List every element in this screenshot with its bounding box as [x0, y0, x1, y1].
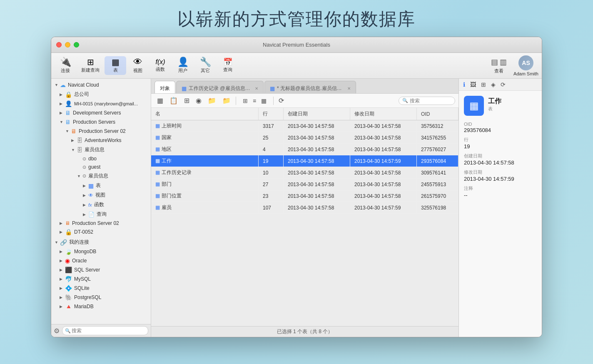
table-search-input[interactable]	[410, 98, 451, 104]
sidebar-item-postgresql[interactable]: ▶ 🐘 PostgreSQL	[51, 293, 151, 302]
sidebar-item-mysql[interactable]: ▶ 🐬 MySQL	[51, 274, 151, 284]
chevron-right-icon: ▶	[60, 92, 64, 97]
import-button[interactable]: 📁	[205, 95, 219, 106]
sidebar-item-label: 查询	[97, 211, 107, 218]
sidebar-search-input[interactable]	[62, 326, 148, 335]
other-button[interactable]: 🔧 其它	[194, 56, 216, 75]
table-row[interactable]: ▦上班时间 3317 2013-04-30 14:57:58 2013-04-3…	[151, 120, 458, 132]
grid-view-button[interactable]: ⊞	[241, 97, 249, 105]
tab-untitled[interactable]: ▦ * 无标题@雇员信息.雇员信息... ✕	[264, 81, 356, 93]
view-toggle-2[interactable]: ▥	[500, 57, 507, 67]
new-table-button[interactable]: ▦	[154, 95, 166, 106]
sidebar-item-func[interactable]: ▶ fx 函数	[51, 200, 151, 209]
user-button[interactable]: 👤 用户	[172, 56, 194, 75]
sidebar-item-label: 总公司	[74, 91, 89, 98]
close-icon[interactable]: ✕	[255, 86, 258, 91]
main-layout: ▼ ☁ Navicat Cloud ▶ 🔒 总公司 ▶ 👤 MH-0015 (m…	[51, 79, 542, 337]
table-row[interactable]: ▦雇员 107 2013-04-30 14:57:58 2013-04-30 1…	[151, 202, 458, 214]
sidebar-item-yuan-xinxi[interactable]: ▼ ⊙ 雇员信息	[51, 171, 151, 181]
sidebar-item-label: 视图	[95, 192, 105, 199]
info-comment-label: 注释	[464, 185, 537, 192]
chevron-right-icon: ▶	[83, 193, 87, 197]
sidebar-item-label: Navicat Cloud	[68, 82, 99, 88]
diagram-button[interactable]: ◈	[489, 80, 497, 89]
table-row[interactable]: ▦工作历史记录 10 2013-04-30 14:57:58 2013-04-3…	[151, 167, 458, 179]
tabs-bar: 对象 ▦ 工作历史记录 @雇员信息 (P... ✕ ▦ * 无标题@雇员信息.雇…	[151, 79, 458, 94]
cell-name: ▦部门	[151, 179, 259, 190]
cell-rows: 27	[259, 179, 284, 190]
cell-oid: 35756312	[417, 120, 458, 132]
tab-objects[interactable]: 对象	[154, 81, 175, 93]
sidebar-item-prod-server-02[interactable]: ▼ 🖥 Production Server 02	[51, 127, 151, 136]
sidebar-item-navicat-cloud[interactable]: ▼ ☁ Navicat Cloud	[51, 80, 151, 90]
view-button[interactable]: 👁 视图	[127, 56, 149, 75]
info-tab-button[interactable]: ℹ	[461, 80, 467, 89]
status-bar: 已选择 1 个表（共 8 个）	[151, 326, 458, 337]
sidebar-item-label: Oracle	[72, 258, 87, 264]
sidebar-item-my-conn[interactable]: ▼ 🔗 我的连接	[51, 237, 151, 247]
sidebar-item-mh[interactable]: ▶ 👤 MH-0015 (marybrown@gmail...	[51, 99, 151, 108]
sidebar-item-table[interactable]: ▶ ▦ 表	[51, 181, 151, 190]
table-row[interactable]: ▦部门位置 23 2013-04-30 14:57:58 2013-04-30 …	[151, 190, 458, 202]
delete-table-button[interactable]: ◉	[193, 95, 204, 106]
new-query-icon: ⊞	[87, 58, 94, 66]
detail-view-button[interactable]: ▦	[259, 97, 268, 105]
new-query-button[interactable]: ⊞ 新建查询	[77, 56, 104, 75]
list-view-button[interactable]: ≡	[251, 97, 258, 105]
table-row[interactable]: ▦地区 4 2013-04-30 14:57:58 2013-04-30 14:…	[151, 144, 458, 155]
export-button[interactable]: 📁	[220, 95, 233, 106]
view-toggle-1[interactable]: ▤	[491, 57, 498, 67]
function-button[interactable]: f(x) 函数	[149, 57, 171, 74]
table-button[interactable]: ▦ 表	[105, 56, 126, 75]
minimize-button[interactable]	[65, 42, 70, 47]
sidebar-item-guest[interactable]: ⊙ guest	[51, 163, 151, 171]
chevron-down-icon: ▼	[77, 174, 81, 178]
table-row[interactable]: ▦国家 25 2013-04-30 14:57:58 2013-04-30 14…	[151, 132, 458, 144]
sidebar-item-mariadb[interactable]: ▶ 🔺 MariaDB	[51, 302, 151, 311]
sidebar-item-sqlserver[interactable]: ▶ ⬛ SQL Server	[51, 265, 151, 274]
table-row[interactable]: ▦工作 19 2013-04-30 14:57:58 2013-04-30 14…	[151, 155, 458, 167]
sidebar-item-prod-server-02b[interactable]: ▶ 🖥 Production Server 02	[51, 219, 151, 227]
cell-oid: 309576141	[417, 167, 458, 179]
chevron-right-icon: ▶	[60, 221, 64, 225]
user-name: Adam Smith	[513, 71, 538, 76]
tab-history[interactable]: ▦ 工作历史记录 @雇员信息 (P... ✕	[176, 81, 264, 93]
info-comment-value: --	[464, 192, 537, 198]
table-row-icon: ▦	[155, 170, 160, 175]
sidebar-item-yuan-info[interactable]: ▼ 🗄 雇员信息	[51, 145, 151, 155]
sidebar-item-adventureworks[interactable]: ▶ 🗄 AdventureWorks	[51, 136, 151, 145]
cell-name: ▦地区	[151, 144, 259, 155]
refresh-button[interactable]: ⟳	[276, 95, 287, 106]
query-button[interactable]: 📅 查询	[217, 57, 239, 75]
sidebar-item-dbo[interactable]: ⊙ dbo	[51, 155, 151, 163]
sidebar-item-view[interactable]: ▶ 👁 视图	[51, 190, 151, 200]
open-table-button[interactable]: ⊞	[182, 95, 192, 106]
cell-created: 2013-04-30 14:57:58	[284, 155, 350, 167]
maximize-button[interactable]	[74, 42, 79, 47]
sidebar-item-sqlite[interactable]: ▶ 💠 SQLite	[51, 284, 151, 293]
sqlserver-icon: ⬛	[65, 267, 72, 273]
image-button[interactable]: 🖼	[468, 80, 478, 89]
settings-icon[interactable]: ⚙	[54, 327, 60, 335]
chevron-right-icon: ▶	[60, 102, 64, 106]
cell-modified: 2013-04-30 14:57:58	[350, 190, 417, 202]
close-icon[interactable]: ✕	[347, 86, 351, 91]
sidebar-item-oracle[interactable]: ▶ ◉ Oracle	[51, 256, 151, 265]
sidebar-item-prod-servers[interactable]: ▼ 🖥 Production Servers	[51, 117, 151, 127]
sidebar-item-label: AdventureWorks	[85, 137, 121, 143]
info-subtitle: 表	[488, 106, 501, 112]
sidebar-item-dt[interactable]: ▶ 🔒 DT-0052	[51, 227, 151, 237]
lock-icon: 🔒	[65, 91, 72, 98]
sidebar-item-corp[interactable]: ▶ 🔒 总公司	[51, 90, 151, 99]
connect-button[interactable]: 🔌 连接	[55, 56, 76, 75]
sidebar-item-dev-servers[interactable]: ▶ 🖥 Development Servers	[51, 108, 151, 117]
table-row[interactable]: ▦部门 27 2013-04-30 14:57:58 2013-04-30 14…	[151, 179, 458, 190]
chevron-right-icon: ▶	[60, 230, 64, 234]
sidebar-item-query[interactable]: ▶ 📄 查询	[51, 209, 151, 219]
sidebar-item-mongodb[interactable]: ▶ 🍃 MongoDB	[51, 247, 151, 256]
grid-button[interactable]: ⊞	[479, 80, 488, 89]
table-icon: ▦	[112, 58, 120, 66]
design-table-button[interactable]: 📋	[167, 95, 180, 106]
close-button[interactable]	[56, 42, 62, 47]
refresh-rp-button[interactable]: ⟳	[499, 80, 507, 89]
